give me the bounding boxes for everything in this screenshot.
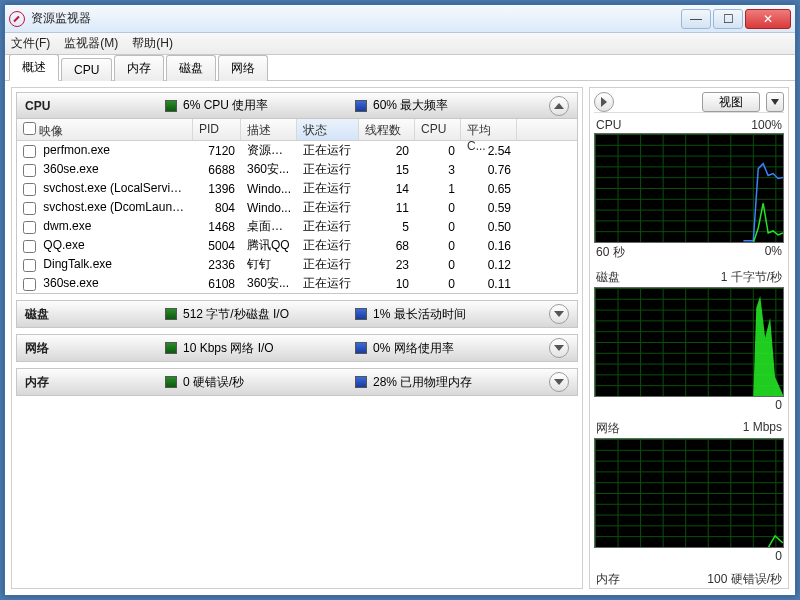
- menu-monitor[interactable]: 监视器(M): [64, 35, 118, 52]
- row-checkbox[interactable]: [23, 278, 36, 291]
- table-row[interactable]: DingTalk.exe2336钉钉正在运行2300.12: [17, 255, 577, 274]
- table-row[interactable]: QQ.exe5004腾讯QQ正在运行6800.16: [17, 236, 577, 255]
- table-row[interactable]: dwm.exe1468桌面窗...正在运行500.50: [17, 217, 577, 236]
- row-checkbox[interactable]: [23, 202, 36, 215]
- memory-section-header[interactable]: 内存 0 硬错误/秒 28% 已用物理内存: [17, 369, 577, 395]
- green-square-icon: [165, 376, 177, 388]
- green-square-icon: [165, 342, 177, 354]
- minimize-button[interactable]: —: [681, 9, 711, 29]
- disk-section-header[interactable]: 磁盘 512 字节/秒磁盘 I/O 1% 最长活动时间: [17, 301, 577, 327]
- cpu-section-title: CPU: [25, 99, 155, 113]
- memory-section-title: 内存: [25, 374, 155, 391]
- row-checkbox[interactable]: [23, 164, 36, 177]
- blue-square-icon: [355, 308, 367, 320]
- col-avg[interactable]: 平均 C...: [461, 119, 517, 140]
- tab-network[interactable]: 网络: [218, 55, 268, 81]
- col-status[interactable]: 状态: [297, 119, 359, 140]
- memory-chart-block: 内存100 硬错误/秒: [594, 570, 784, 589]
- table-row[interactable]: svchost.exe (LocalServiceN...1396Windo..…: [17, 179, 577, 198]
- cpu-section: CPU 6% CPU 使用率 60% 最大频率 映像 PID 描述 状态 线程数…: [16, 92, 578, 294]
- left-pane: CPU 6% CPU 使用率 60% 最大频率 映像 PID 描述 状态 线程数…: [11, 87, 583, 589]
- memory-section: 内存 0 硬错误/秒 28% 已用物理内存: [16, 368, 578, 396]
- expand-memory-button[interactable]: [549, 372, 569, 392]
- col-cpu[interactable]: CPU: [415, 119, 461, 140]
- app-icon: [9, 11, 25, 27]
- collapse-charts-button[interactable]: [594, 92, 614, 112]
- tab-overview[interactable]: 概述: [9, 54, 59, 81]
- col-image[interactable]: 映像: [17, 119, 193, 140]
- network-chart: [594, 438, 784, 548]
- table-row[interactable]: 360se.exe6688360安...正在运行1530.76: [17, 160, 577, 179]
- table-row[interactable]: svchost.exe (DcomLaunch)804Windo...正在运行1…: [17, 198, 577, 217]
- expand-network-button[interactable]: [549, 338, 569, 358]
- row-checkbox[interactable]: [23, 240, 36, 253]
- tab-cpu[interactable]: CPU: [61, 58, 112, 81]
- svg-marker-0: [753, 296, 783, 397]
- cpu-section-header[interactable]: CPU 6% CPU 使用率 60% 最大频率: [17, 93, 577, 119]
- triangle-down-icon: [771, 99, 779, 105]
- cpu-table-header: 映像 PID 描述 状态 线程数 CPU 平均 C...: [17, 119, 577, 141]
- network-section-header[interactable]: 网络 10 Kbps 网络 I/O 0% 网络使用率: [17, 335, 577, 361]
- col-pid[interactable]: PID: [193, 119, 241, 140]
- close-button[interactable]: ✕: [745, 9, 791, 29]
- tab-disk[interactable]: 磁盘: [166, 55, 216, 81]
- table-row[interactable]: 360se.exe6108360安...正在运行1000.11: [17, 274, 577, 293]
- blue-square-icon: [355, 376, 367, 388]
- view-button[interactable]: 视图: [702, 92, 760, 112]
- network-chart-block: 网络1 Mbps 0: [594, 419, 784, 564]
- cpu-table-body: perfmon.exe7120资源和...正在运行2002.54 360se.e…: [17, 141, 577, 293]
- row-checkbox[interactable]: [23, 183, 36, 196]
- maximize-button[interactable]: ☐: [713, 9, 743, 29]
- right-pane: 视图 CPU100% 60 秒0% 磁盘1 千字节/秒: [589, 87, 789, 589]
- network-section-title: 网络: [25, 340, 155, 357]
- col-desc[interactable]: 描述: [241, 119, 297, 140]
- disk-section-title: 磁盘: [25, 306, 155, 323]
- expand-disk-button[interactable]: [549, 304, 569, 324]
- tabbar: 概述 CPU 内存 磁盘 网络: [5, 55, 795, 81]
- table-row[interactable]: perfmon.exe7120资源和...正在运行2002.54: [17, 141, 577, 160]
- menu-file[interactable]: 文件(F): [11, 35, 50, 52]
- view-dropdown-button[interactable]: [766, 92, 784, 112]
- chevron-down-icon: [554, 311, 564, 317]
- chevron-right-icon: [601, 97, 607, 107]
- tab-memory[interactable]: 内存: [114, 55, 164, 81]
- window-title: 资源监视器: [31, 10, 681, 27]
- disk-chart: [594, 287, 784, 397]
- disk-chart-block: 磁盘1 千字节/秒 0: [594, 268, 784, 413]
- cpu-chart-block: CPU100% 60 秒0%: [594, 117, 784, 262]
- menu-help[interactable]: 帮助(H): [132, 35, 173, 52]
- blue-square-icon: [355, 342, 367, 354]
- row-checkbox[interactable]: [23, 145, 36, 158]
- blue-square-icon: [355, 100, 367, 112]
- green-square-icon: [165, 100, 177, 112]
- resource-monitor-window: 资源监视器 — ☐ ✕ 文件(F) 监视器(M) 帮助(H) 概述 CPU 内存…: [4, 4, 796, 596]
- chevron-up-icon: [554, 103, 564, 109]
- green-square-icon: [165, 308, 177, 320]
- disk-section: 磁盘 512 字节/秒磁盘 I/O 1% 最长活动时间: [16, 300, 578, 328]
- cpu-chart: [594, 133, 784, 243]
- cpu-freq-label: 60% 最大频率: [373, 97, 448, 114]
- chevron-down-icon: [554, 379, 564, 385]
- chevron-down-icon: [554, 345, 564, 351]
- network-section: 网络 10 Kbps 网络 I/O 0% 网络使用率: [16, 334, 578, 362]
- col-threads[interactable]: 线程数: [359, 119, 415, 140]
- titlebar[interactable]: 资源监视器 — ☐ ✕: [5, 5, 795, 33]
- select-all-checkbox[interactable]: [23, 122, 36, 135]
- row-checkbox[interactable]: [23, 259, 36, 272]
- menubar: 文件(F) 监视器(M) 帮助(H): [5, 33, 795, 55]
- collapse-cpu-button[interactable]: [549, 96, 569, 116]
- cpu-usage-label: 6% CPU 使用率: [183, 97, 268, 114]
- row-checkbox[interactable]: [23, 221, 36, 234]
